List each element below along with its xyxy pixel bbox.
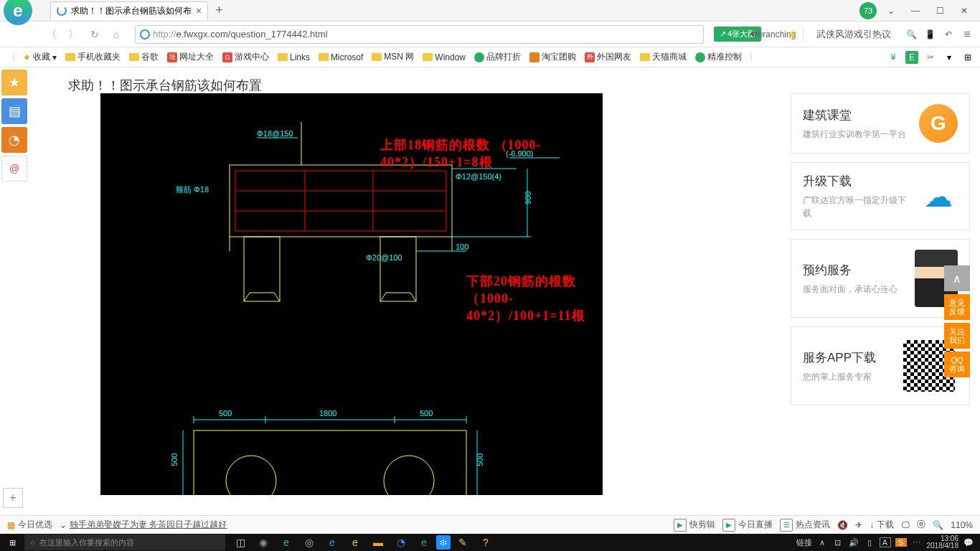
- news-ticker[interactable]: ⌄独手弟弟娶嫂子为妻 务茶园日子越过越好: [60, 519, 227, 531]
- pc-icon[interactable]: 🖵: [901, 520, 910, 530]
- dropdown-icon[interactable]: ⌄: [881, 4, 901, 18]
- card-kecheng[interactable]: 建筑课堂 建筑行业实训教学第一平台 G: [791, 93, 970, 154]
- bm-prev[interactable]: 〈: [6, 51, 17, 63]
- tray-link[interactable]: 链接: [796, 537, 812, 548]
- bookmark-item[interactable]: 淘宝团购: [527, 51, 579, 63]
- bookmark-item[interactable]: 天猫商城: [637, 51, 689, 63]
- browser-e-icon[interactable]: e: [413, 534, 435, 551]
- taskbar-clock[interactable]: 13:062018/4/18: [927, 535, 959, 550]
- card-service[interactable]: 预约服务 服务面对面，承诺心连心: [791, 239, 970, 318]
- devices-icon[interactable]: 📱: [923, 27, 937, 42]
- bookmark-item[interactable]: G游戏中心: [220, 51, 272, 63]
- new-tab-button[interactable]: +: [215, 3, 223, 18]
- mute-icon[interactable]: 🔇: [837, 520, 848, 530]
- search-hint[interactable]: 武侠风游戏引热议: [816, 28, 891, 41]
- tile-weibo[interactable]: ◔: [1, 127, 27, 153]
- ie-icon[interactable]: e: [344, 534, 366, 551]
- bookmark-item[interactable]: Links: [275, 51, 313, 63]
- bookmark-item[interactable]: 谷歌: [126, 51, 161, 63]
- hotnews-button[interactable]: ☰热点资讯: [780, 519, 830, 532]
- share-icon[interactable]: �branching: [765, 27, 780, 42]
- favorites-button[interactable]: ★ 收藏 ▾: [20, 51, 60, 63]
- tray-up-icon[interactable]: ∧: [816, 538, 828, 547]
- taskbar-search[interactable]: ○ 在这里输入你要搜索的内容: [24, 534, 225, 550]
- bookmark-item[interactable]: 精准控制: [692, 51, 745, 63]
- undo-icon[interactable]: ↶: [941, 27, 956, 42]
- tray-more-icon[interactable]: ⋯: [911, 538, 923, 547]
- card-upgrade[interactable]: 升级下载 广联达官方唯一指定升级下载 ☁︎: [791, 162, 970, 230]
- scissors-icon[interactable]: ✂: [924, 51, 937, 64]
- note-icon[interactable]: ✎: [452, 534, 473, 551]
- app-icon[interactable]: ◎: [298, 534, 320, 551]
- bookmark-item[interactable]: 品牌打折: [471, 51, 524, 63]
- star-icon: ★: [23, 52, 31, 62]
- tray-ime-s[interactable]: S: [895, 538, 907, 547]
- bm-next[interactable]: 〉: [748, 51, 759, 63]
- tray-bat-icon[interactable]: ▯: [864, 538, 875, 547]
- search-icon[interactable]: 🔍: [904, 27, 918, 42]
- card-app-download[interactable]: 服务APP下载 您的掌上服务专家: [791, 326, 970, 405]
- tab-close-icon[interactable]: ×: [196, 5, 202, 17]
- bookmark-item[interactable]: Window: [420, 51, 468, 63]
- bookmark-item[interactable]: 手机收藏夹: [62, 51, 123, 63]
- tray-vol-icon[interactable]: 🔊: [848, 538, 859, 547]
- url-protocol: http://: [153, 29, 176, 39]
- follow-us-button[interactable]: 关注我们: [944, 323, 970, 349]
- svg-text:500: 500: [219, 409, 232, 418]
- home-button[interactable]: ⌂: [108, 26, 125, 43]
- add-tile-button[interactable]: +: [3, 488, 23, 508]
- chevron-down-icon[interactable]: ▾: [943, 51, 956, 64]
- red-icon: 外: [585, 52, 595, 62]
- feedback-button[interactable]: 意见反馈: [944, 294, 970, 320]
- edge-old-icon[interactable]: e: [275, 534, 297, 551]
- menu-icon[interactable]: ≡: [960, 27, 974, 42]
- app-icon[interactable]: ◔: [390, 534, 412, 551]
- tray-net-icon[interactable]: ⊡: [832, 538, 844, 547]
- app-icon[interactable]: ፨: [436, 535, 451, 550]
- bolt-icon[interactable]: ⚡: [784, 27, 798, 42]
- site-icon: [140, 29, 150, 39]
- browser-tab[interactable]: 求助！！图示承台钢筋该如何布 ×: [50, 1, 208, 20]
- grid-icon[interactable]: ⊞: [961, 51, 974, 64]
- today-picks[interactable]: ▦今日优选: [7, 519, 52, 531]
- tile-favorites[interactable]: ★: [1, 70, 27, 95]
- ext-icon[interactable]: E: [905, 51, 918, 64]
- bookmark-item[interactable]: 外外国网友: [582, 51, 634, 63]
- plane-icon[interactable]: ✈: [855, 520, 862, 530]
- back-to-top-button[interactable]: ∧: [944, 265, 970, 291]
- bookmark-item[interactable]: MSN 网: [369, 51, 417, 63]
- url-input[interactable]: http:// e.fwxgx.com/question_1774442.htm…: [135, 25, 704, 44]
- address-bar: 〈 〉 ↻ ⌂ http:// e.fwxgx.com/question_177…: [0, 22, 980, 47]
- back-button[interactable]: 〈: [43, 26, 60, 43]
- wallet-icon[interactable]: ¥: [887, 51, 900, 64]
- svg-text:Φ20@100: Φ20@100: [366, 253, 402, 262]
- close-button[interactable]: ✕: [954, 4, 974, 18]
- bookmark-item[interactable]: 址网址大全: [164, 51, 217, 63]
- browser-logo[interactable]: e: [0, 0, 36, 29]
- score-badge[interactable]: 73: [859, 2, 877, 19]
- taskview-icon[interactable]: ◫: [230, 534, 251, 551]
- bookmark-item[interactable]: Microsof: [316, 51, 366, 63]
- forward-button[interactable]: 〉: [65, 26, 82, 43]
- start-button[interactable]: ⊞: [0, 534, 24, 551]
- kuaijian-button[interactable]: ▶快剪辑: [674, 519, 715, 532]
- app-icon[interactable]: ◉: [253, 534, 274, 551]
- annotation-top: 上部18钢筋的根数 （1000-40*2）/150+1=8根: [380, 136, 603, 171]
- ie-icon[interactable]: ⓔ: [917, 519, 925, 531]
- explorer-icon[interactable]: ▬: [367, 534, 389, 551]
- qq-consult-button[interactable]: QQ咨询: [944, 352, 970, 377]
- tile-at[interactable]: @: [1, 156, 27, 182]
- notifications-icon[interactable]: 💬: [963, 538, 974, 547]
- svg-rect-4: [244, 237, 280, 301]
- tray-ime-a[interactable]: A: [880, 537, 891, 547]
- download-button[interactable]: ↓下载: [870, 519, 894, 531]
- minimize-button[interactable]: —: [905, 4, 925, 18]
- help-icon[interactable]: ?: [475, 534, 496, 551]
- maximize-button[interactable]: ☐: [930, 4, 950, 18]
- zhibo-button[interactable]: ▶今日直播: [722, 519, 773, 532]
- tile-news[interactable]: ▤: [1, 98, 27, 124]
- zoom-icon[interactable]: 🔍: [933, 520, 943, 530]
- reload-button[interactable]: ↻: [86, 26, 103, 43]
- zoom-level[interactable]: 110%: [951, 520, 973, 530]
- edge-icon[interactable]: e: [321, 534, 343, 551]
